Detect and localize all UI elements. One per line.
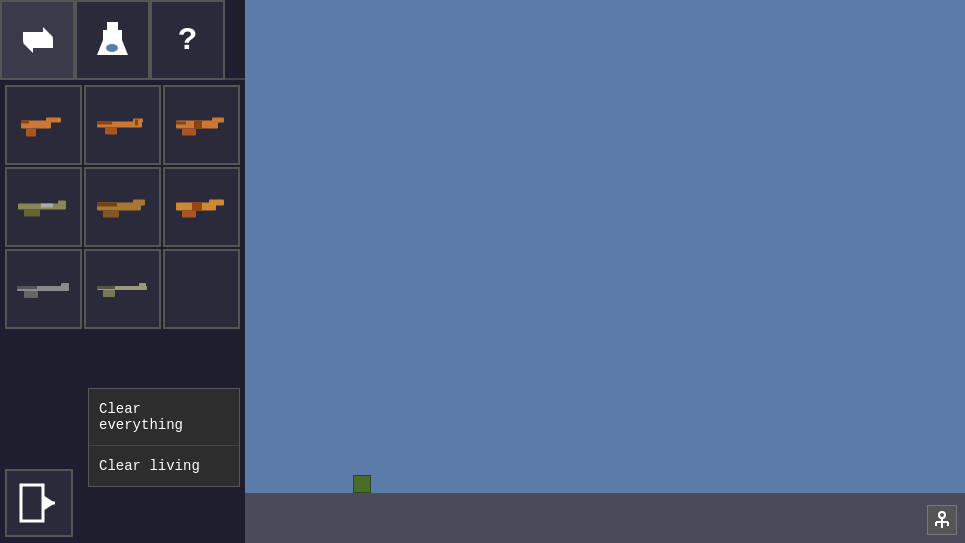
sidebar-bottom: Clear everything Clear living (0, 463, 245, 543)
weapon-cell-1[interactable] (5, 85, 82, 165)
weapon-cell-7[interactable] (5, 249, 82, 329)
weapon-cell-5[interactable] (84, 167, 161, 247)
svg-rect-35 (139, 283, 146, 287)
svg-rect-5 (46, 118, 61, 123)
svg-rect-38 (21, 485, 43, 521)
svg-rect-31 (61, 283, 69, 287)
svg-rect-11 (97, 122, 112, 125)
swap-button[interactable] (0, 0, 75, 80)
svg-rect-37 (97, 286, 115, 289)
svg-rect-29 (192, 203, 202, 211)
weapon-cell-4[interactable] (5, 167, 82, 247)
svg-point-46 (939, 512, 945, 518)
svg-rect-17 (176, 122, 186, 125)
svg-rect-19 (58, 201, 66, 205)
svg-rect-20 (24, 210, 40, 217)
clear-living-button[interactable]: Clear living (89, 446, 239, 486)
ground (245, 493, 965, 543)
weapon-cell-6[interactable] (163, 167, 240, 247)
svg-rect-7 (21, 121, 29, 124)
context-menu: Clear everything Clear living (88, 388, 240, 487)
question-icon: ? (178, 22, 197, 59)
weapon-cell-8[interactable] (84, 249, 161, 329)
svg-rect-2 (107, 22, 118, 30)
svg-rect-27 (209, 200, 224, 206)
anchor-icon-button[interactable] (927, 505, 957, 535)
svg-rect-24 (103, 211, 119, 218)
svg-rect-33 (17, 286, 37, 289)
svg-rect-12 (135, 120, 138, 126)
flask-button[interactable] (75, 0, 150, 80)
sidebar: ? (0, 0, 245, 543)
weapon-cell-2[interactable] (84, 85, 161, 165)
exit-button[interactable] (5, 469, 73, 537)
svg-rect-23 (133, 200, 145, 206)
svg-rect-36 (103, 290, 115, 297)
svg-rect-21 (41, 204, 53, 208)
svg-rect-25 (97, 203, 117, 207)
svg-point-3 (106, 44, 118, 52)
weapon-cell-9[interactable] (163, 249, 240, 329)
weapon-cell-3[interactable] (163, 85, 240, 165)
svg-rect-32 (24, 291, 38, 298)
clear-everything-button[interactable]: Clear everything (89, 389, 239, 446)
svg-rect-16 (194, 121, 202, 129)
svg-rect-14 (212, 118, 224, 123)
svg-rect-28 (182, 211, 196, 218)
character-sprite (353, 475, 371, 493)
svg-rect-10 (105, 128, 117, 135)
svg-rect-15 (182, 129, 196, 136)
question-button[interactable]: ? (150, 0, 225, 80)
toolbar: ? (0, 0, 245, 80)
svg-rect-6 (26, 129, 36, 137)
game-area[interactable] (245, 0, 965, 543)
